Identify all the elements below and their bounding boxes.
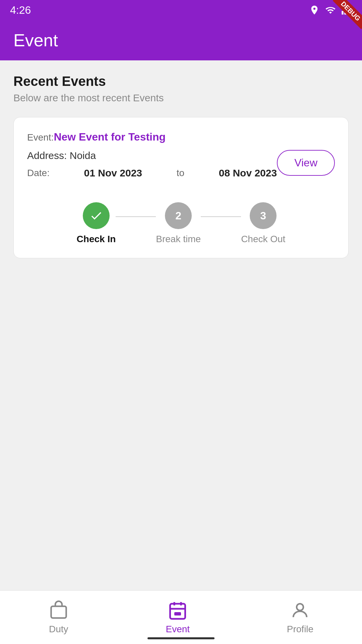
main-content: Recent Events Below are the most recent … [0, 60, 362, 590]
page-title: Event [13, 30, 58, 50]
nav-label-duty: Duty [49, 624, 68, 635]
event-name-row: Event:New Event for Testing [27, 131, 335, 143]
event-date-label: Date: [27, 168, 50, 178]
duty-icon [49, 600, 69, 621]
step-item-checkout: 3 Check Out [241, 202, 285, 245]
step-label-1: Check In [77, 234, 116, 245]
svg-rect-4 [51, 606, 66, 618]
view-button[interactable]: View [277, 150, 335, 176]
home-indicator [147, 637, 215, 639]
nav-label-profile: Profile [287, 624, 313, 635]
svg-point-7 [297, 604, 303, 610]
event-label: Event: [27, 132, 54, 143]
event-address: Address: Noida [27, 150, 277, 161]
nav-item-profile[interactable]: Profile [287, 600, 313, 635]
status-bar: 4:26 DEBUG [0, 0, 362, 20]
steps-row: Check In 2 Break time 3 Check Out [27, 202, 335, 245]
event-date-start: 01 Nov 2023 [84, 167, 142, 179]
event-date-to: to [177, 168, 184, 178]
nav-item-event[interactable]: Event [166, 600, 190, 635]
address-view-row: Address: Noida Date: 01 Nov 2023 to 08 N… [27, 150, 335, 196]
app-header: Event [0, 20, 362, 60]
event-date-end: 08 Nov 2023 [219, 167, 277, 179]
step-connector-2 [201, 216, 241, 217]
nav-item-duty[interactable]: Duty [49, 600, 69, 635]
profile-icon [290, 600, 310, 621]
svg-rect-5 [170, 604, 185, 619]
step-label-3: Check Out [241, 234, 285, 245]
step-circle-3: 3 [250, 202, 277, 229]
location-icon [309, 5, 320, 15]
event-name: New Event for Testing [54, 131, 166, 143]
step-circle-1 [83, 202, 110, 229]
status-time: 4:26 [10, 4, 31, 16]
event-card: Event:New Event for Testing Address: Noi… [13, 117, 349, 258]
section-title: Recent Events [13, 74, 349, 89]
step-item-checkin: Check In [77, 202, 116, 245]
step-connector-1 [116, 216, 156, 217]
step-circle-2: 2 [165, 202, 192, 229]
address-date-block: Address: Noida Date: 01 Nov 2023 to 08 N… [27, 150, 277, 196]
svg-rect-6 [174, 612, 181, 615]
bottom-nav: Duty Event Profile [0, 590, 362, 644]
nav-label-event: Event [166, 624, 190, 635]
step-label-2: Break time [156, 234, 201, 245]
debug-ribbon: DEBUG [332, 0, 362, 30]
step-item-break: 2 Break time [156, 202, 201, 245]
event-icon [168, 600, 188, 621]
event-date-row: Date: 01 Nov 2023 to 08 Nov 2023 [27, 167, 277, 179]
section-subtitle: Below are the most recent Events [13, 92, 349, 104]
